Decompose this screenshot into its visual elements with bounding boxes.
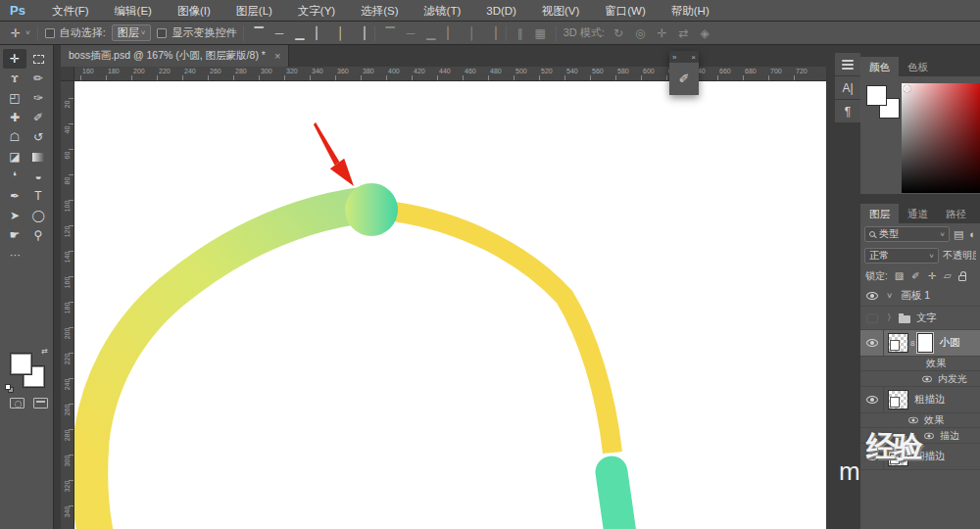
menu-item-帮助H[interactable]: 帮助(H) bbox=[659, 0, 722, 22]
menu-item-视图V[interactable]: 视图(V) bbox=[529, 0, 592, 22]
layer-row[interactable]: 〉文字 bbox=[860, 307, 980, 330]
move-tool-icon[interactable]: ✛ bbox=[3, 49, 26, 69]
eyedropper-tool-icon[interactable]: ✑ bbox=[26, 88, 50, 108]
menu-item-窗口W[interactable]: 窗口(W) bbox=[592, 0, 659, 22]
layer-mask-thumbnail[interactable] bbox=[917, 333, 933, 353]
distribute-top-edges-icon[interactable]: ▔ bbox=[382, 26, 397, 40]
swap-colors-icon[interactable]: ⇄ bbox=[41, 347, 48, 356]
distribute-spacing-icon[interactable]: ∥ bbox=[514, 26, 525, 40]
chevron-right-icon[interactable]: 〉 bbox=[887, 312, 896, 324]
saturation-brightness-field[interactable] bbox=[902, 83, 980, 193]
layer-row[interactable]: 粗描边 bbox=[860, 387, 980, 413]
layer-filter-dropdown[interactable]: 类型 ˅ bbox=[864, 226, 950, 242]
visibility-eye-icon[interactable] bbox=[866, 339, 878, 347]
show-transform-checkbox[interactable] bbox=[157, 28, 167, 38]
brush-settings-panel-icon[interactable]: ✐ bbox=[679, 72, 690, 86]
menu-item-图层L[interactable]: 图层(L) bbox=[223, 0, 285, 22]
panel-color-swatches[interactable] bbox=[864, 83, 902, 122]
foreground-color-swatch[interactable] bbox=[10, 353, 32, 375]
menu-item-图像I[interactable]: 图像(I) bbox=[165, 0, 223, 22]
floating-panel[interactable]: » × ✐ bbox=[669, 51, 699, 95]
3d-pan-icon[interactable]: ✛ bbox=[654, 26, 669, 40]
auto-select-checkbox[interactable] bbox=[45, 28, 55, 38]
color-tab-颜色[interactable]: 颜色 bbox=[860, 57, 899, 76]
visibility-cell[interactable] bbox=[860, 387, 884, 412]
rectangular-marquee-tool-icon[interactable] bbox=[26, 49, 50, 69]
lock-image-pixels-icon[interactable]: ✐ bbox=[911, 270, 919, 281]
brush-tool-icon[interactable]: ✐ bbox=[26, 108, 50, 127]
visibility-cell[interactable] bbox=[860, 285, 884, 306]
menu-item-选择S[interactable]: 选择(S) bbox=[348, 0, 411, 22]
close-icon[interactable]: × bbox=[691, 53, 696, 62]
layer-thumbnail[interactable] bbox=[888, 333, 908, 353]
align-vertical-centers-icon[interactable]: ─ bbox=[272, 26, 287, 40]
default-colors-icon[interactable] bbox=[5, 384, 15, 394]
hand-tool-icon[interactable]: ☛ bbox=[3, 225, 26, 245]
align-horizontal-centers-icon[interactable]: │ bbox=[334, 26, 348, 40]
distribute-horizontal-centers-icon[interactable]: │ bbox=[466, 26, 479, 40]
eraser-tool-icon[interactable]: ◪ bbox=[3, 147, 26, 167]
align-top-edges-icon[interactable]: ▔ bbox=[251, 26, 266, 40]
filter-adjustment-layers-icon[interactable]: ◐ bbox=[969, 228, 976, 241]
move-tool-preset-icon[interactable]: ✛ bbox=[8, 26, 24, 40]
foreground-background-swatches[interactable]: ⇄ bbox=[7, 347, 48, 390]
close-icon[interactable]: × bbox=[274, 50, 280, 62]
lock-artboard-icon[interactable]: ▱ bbox=[944, 270, 952, 281]
document-tab[interactable]: boss插画.psd @ 167% (小圆, 图层蒙版/8) * × bbox=[61, 45, 289, 67]
3d-slide-icon[interactable]: ⇄ bbox=[676, 26, 692, 40]
visibility-eye-icon[interactable] bbox=[866, 396, 878, 404]
layers-tab-路径[interactable]: 路径 bbox=[937, 204, 975, 223]
canvas-surface[interactable] bbox=[74, 81, 826, 529]
dodge-tool-icon[interactable]: ◒ bbox=[26, 167, 50, 186]
crop-tool-icon[interactable]: ◰ bbox=[3, 88, 26, 108]
layer-row[interactable]: 效果 bbox=[860, 413, 980, 428]
color-panel-icon[interactable] bbox=[835, 53, 860, 76]
menu-item-文件F[interactable]: 文件(F) bbox=[39, 0, 102, 22]
lasso-tool-icon[interactable]: ɤ bbox=[3, 69, 26, 88]
layers-tab-图层[interactable]: 图层 bbox=[860, 204, 899, 223]
path-selection-tool-icon[interactable]: ➤ bbox=[3, 206, 26, 225]
spot-healing-brush-tool-icon[interactable]: ✚ bbox=[3, 108, 26, 127]
menu-item-滤镜T[interactable]: 滤镜(T) bbox=[412, 0, 474, 22]
align-bottom-edges-icon[interactable]: ▁ bbox=[292, 26, 307, 40]
foreground-color-swatch[interactable] bbox=[866, 85, 887, 106]
color-tab-色板[interactable]: 色板 bbox=[899, 57, 937, 76]
edit-toolbar-dots-icon[interactable]: ⋯ bbox=[10, 249, 53, 262]
visibility-cell[interactable] bbox=[860, 330, 884, 356]
quick-selection-tool-icon[interactable]: ✏ bbox=[26, 69, 50, 88]
quick-mask-mode-button[interactable] bbox=[10, 398, 24, 409]
gradient-tool-icon[interactable] bbox=[26, 147, 50, 167]
visibility-eye-icon[interactable] bbox=[922, 375, 932, 381]
menu-item-文字Y[interactable]: 文字(Y) bbox=[285, 0, 348, 22]
align-left-edges-icon[interactable]: ▏ bbox=[313, 26, 327, 40]
screen-mode-button[interactable] bbox=[33, 398, 48, 409]
auto-select-dropdown[interactable]: 图层 ˅ bbox=[112, 24, 152, 41]
lock-all-icon[interactable] bbox=[958, 275, 966, 281]
filter-pixel-layers-icon[interactable]: ▤ bbox=[954, 228, 963, 241]
distribute-left-edges-icon[interactable]: ▏ bbox=[444, 26, 459, 40]
menu-item-编辑E[interactable]: 编辑(E) bbox=[102, 0, 165, 22]
layer-row[interactable]: 效果 bbox=[860, 357, 980, 371]
layer-row[interactable]: ˅画板 1 bbox=[860, 285, 980, 307]
distribute-right-edges-icon[interactable]: ▕ bbox=[484, 26, 499, 40]
blur-tool-icon[interactable]: ❛ bbox=[3, 167, 26, 186]
3d-rotate-icon[interactable]: ↻ bbox=[611, 26, 626, 40]
lock-transparent-pixels-icon[interactable]: ▨ bbox=[895, 270, 904, 281]
collapse-panel-icon[interactable]: » bbox=[672, 53, 676, 62]
visibility-eye-icon[interactable] bbox=[908, 417, 918, 423]
type-tool-icon[interactable]: T bbox=[26, 186, 50, 206]
zoom-tool-icon[interactable]: ⚲ bbox=[26, 225, 50, 245]
layer-thumbnail[interactable] bbox=[888, 390, 908, 409]
visibility-eye-icon[interactable] bbox=[866, 292, 878, 300]
lock-position-icon[interactable]: ✛ bbox=[928, 270, 936, 281]
character-panel-icon[interactable]: A| bbox=[835, 76, 860, 100]
color-cursor-icon[interactable] bbox=[904, 85, 910, 92]
visibility-eye-icon[interactable] bbox=[924, 432, 934, 438]
menu-item-3DD[interactable]: 3D(D) bbox=[473, 0, 529, 22]
layer-row[interactable]: 8小圆 bbox=[860, 330, 980, 357]
chevron-down-icon[interactable]: ˅ bbox=[887, 291, 892, 301]
visibility-empty-box[interactable] bbox=[866, 313, 878, 323]
clone-stamp-tool-icon[interactable]: ☖ bbox=[3, 127, 26, 147]
paragraph-panel-icon[interactable]: ¶ bbox=[835, 100, 860, 123]
auto-align-layers-icon[interactable]: ▦ bbox=[531, 26, 548, 40]
